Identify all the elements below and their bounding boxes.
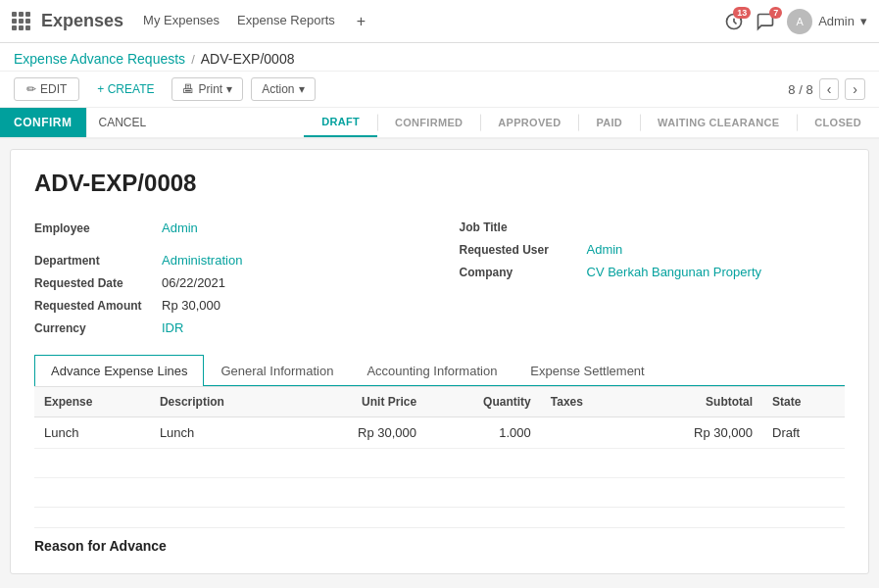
currency-value[interactable]: IDR — [162, 320, 183, 335]
cell-quantity: 1.000 — [426, 417, 541, 449]
col-description: Description — [150, 387, 293, 417]
step-closed[interactable]: CLOSED — [797, 109, 879, 136]
status-steps: DRAFT CONFIRMED APPROVED PAID WAITING CL… — [304, 108, 879, 137]
cell-subtotal: Rp 30,000 — [629, 417, 762, 449]
app-name: Expenses — [41, 11, 123, 31]
breadcrumb-separator: / — [191, 52, 195, 67]
breadcrumb-current: ADV-EXP/0008 — [201, 51, 295, 67]
form-section: Employee Admin Department Administration… — [34, 217, 845, 339]
form-right: Job Title Requested User Admin Company C… — [460, 217, 846, 339]
nav-expense-reports[interactable]: Expense Reports — [237, 13, 335, 30]
messages-badge: 7 — [769, 7, 782, 19]
prev-page-button[interactable]: ‹ — [819, 78, 840, 100]
action-bar: ✏ EDIT + CREATE 🖶 Print ▾ Action ▾ 8 / 8… — [0, 72, 879, 108]
cell-description: Lunch — [150, 417, 293, 449]
tab-advance-expense-lines[interactable]: Advance Expense Lines — [34, 355, 204, 386]
cancel-button[interactable]: CANCEL — [86, 108, 159, 137]
field-requested-amount: Requested Amount Rp 30,000 — [34, 294, 420, 317]
cell-taxes — [541, 417, 629, 449]
notifications-icon[interactable]: 13 — [724, 12, 744, 31]
department-value[interactable]: Administration — [162, 253, 242, 268]
print-dropdown-icon: ▾ — [226, 82, 232, 96]
breadcrumb-parent[interactable]: Expense Advance Requests — [14, 51, 185, 67]
form-left: Employee Admin Department Administration… — [34, 217, 420, 339]
col-subtotal: Subtotal — [629, 387, 762, 417]
breadcrumb: Expense Advance Requests / ADV-EXP/0008 — [14, 51, 865, 67]
field-employee: Employee Admin — [34, 217, 420, 239]
step-approved[interactable]: APPROVED — [480, 109, 578, 136]
next-page-button[interactable]: › — [845, 78, 865, 100]
requested-amount-value: Rp 30,000 — [162, 298, 220, 313]
messages-icon[interactable]: 7 — [756, 12, 775, 31]
requested-user-value[interactable]: Admin — [587, 242, 623, 257]
reason-section-title: Reason for Advance — [34, 527, 845, 554]
print-icon: 🖶 — [182, 82, 194, 96]
step-draft[interactable]: DRAFT — [304, 108, 377, 137]
col-quantity: Quantity — [426, 387, 541, 417]
tabs: Advance Expense Lines General Informatio… — [34, 355, 845, 386]
step-waiting-clearance[interactable]: WAITING CLEARANCE — [640, 109, 797, 136]
col-unit-price: Unit Price — [293, 387, 426, 417]
avatar: A — [787, 9, 812, 34]
status-bar: CONFIRM CANCEL DRAFT CONFIRMED APPROVED … — [0, 108, 879, 139]
table-row[interactable]: Lunch Lunch Rp 30,000 1.000 Rp 30,000 Dr… — [34, 417, 845, 449]
top-navigation: Expenses My Expenses Expense Reports + 1… — [0, 0, 879, 43]
pencil-icon: ✏ — [26, 82, 36, 96]
nav-icons: 13 7 A Admin ▾ — [724, 9, 867, 34]
app-grid-icon[interactable] — [12, 12, 31, 31]
col-taxes: Taxes — [541, 387, 629, 417]
cell-unit-price: Rp 30,000 — [293, 417, 426, 449]
notifications-badge: 13 — [733, 7, 751, 19]
action-dropdown-icon: ▾ — [299, 82, 305, 96]
user-label: Admin — [818, 14, 855, 28]
field-company: Company CV Berkah Bangunan Property — [460, 261, 846, 283]
field-requested-date: Requested Date 06/22/2021 — [34, 271, 420, 294]
edit-button[interactable]: ✏ EDIT — [14, 77, 79, 101]
tab-expense-settlement[interactable]: Expense Settlement — [513, 355, 660, 386]
action-label: Action — [262, 82, 294, 96]
col-state: State — [762, 387, 845, 417]
page-navigation: 8 / 8 ‹ › — [788, 78, 865, 100]
nav-add-button[interactable]: + — [357, 13, 366, 30]
record-title: ADV-EXP/0008 — [34, 170, 845, 197]
step-confirmed[interactable]: CONFIRMED — [377, 109, 480, 136]
user-dropdown-icon: ▾ — [860, 14, 867, 28]
cell-expense: Lunch — [34, 417, 150, 449]
create-button[interactable]: + CREATE — [87, 78, 164, 100]
step-paid[interactable]: PAID — [578, 109, 640, 136]
nav-my-expenses[interactable]: My Expenses — [143, 13, 220, 30]
tab-general-information[interactable]: General Information — [204, 355, 350, 386]
requested-date-value: 06/22/2021 — [162, 275, 225, 290]
col-expense: Expense — [34, 387, 150, 417]
expense-lines-table: Expense Description Unit Price Quantity … — [34, 386, 845, 508]
confirm-button[interactable]: CONFIRM — [0, 108, 86, 137]
nav-links: My Expenses Expense Reports + — [143, 13, 724, 30]
action-button[interactable]: Action ▾ — [251, 77, 315, 101]
user-menu[interactable]: A Admin ▾ — [787, 9, 867, 34]
main-content: ADV-EXP/0008 Employee Admin Department A… — [10, 149, 869, 574]
cell-state: Draft — [762, 417, 845, 449]
employee-value[interactable]: Admin — [162, 220, 198, 235]
page-indicator: 8 / 8 — [788, 82, 812, 97]
company-value[interactable]: CV Berkah Bangunan Property — [587, 265, 762, 279]
field-job-title: Job Title — [460, 217, 846, 238]
field-requested-user: Requested User Admin — [460, 238, 846, 261]
breadcrumb-bar: Expense Advance Requests / ADV-EXP/0008 — [0, 43, 879, 72]
tab-accounting-information[interactable]: Accounting Information — [350, 355, 513, 386]
field-department: Department Administration — [34, 249, 420, 271]
print-button[interactable]: 🖶 Print ▾ — [171, 77, 243, 101]
field-currency: Currency IDR — [34, 317, 420, 339]
